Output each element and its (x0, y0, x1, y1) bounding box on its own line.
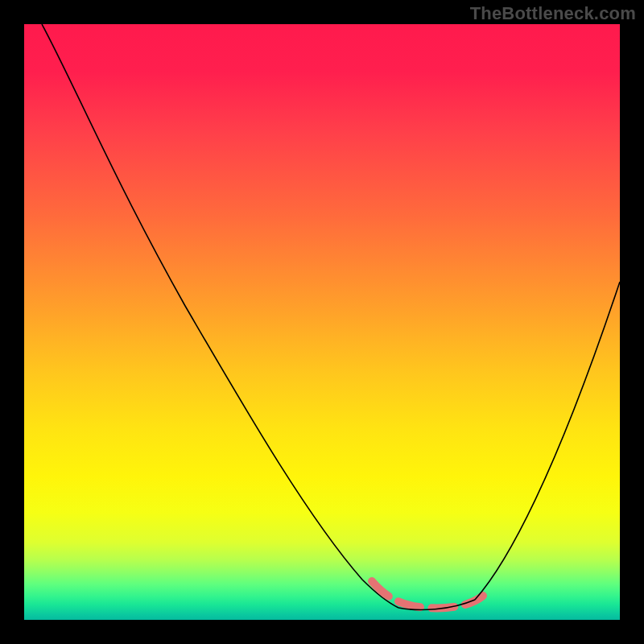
watermark-text: TheBottleneck.com (470, 3, 636, 24)
chart-frame: TheBottleneck.com (0, 0, 644, 644)
valley-highlight (372, 581, 483, 608)
curve-left-branch (42, 24, 398, 608)
curve-right-branch (475, 282, 620, 600)
plot-area (24, 24, 620, 620)
curve-layer (24, 24, 620, 620)
